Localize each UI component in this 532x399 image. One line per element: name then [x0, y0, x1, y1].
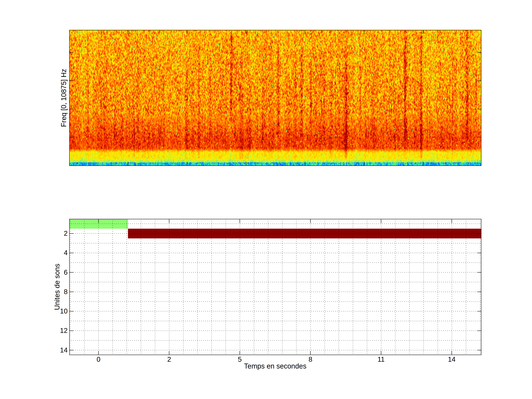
- axes-border: [70, 219, 481, 355]
- sound-units-axes: [69, 219, 481, 355]
- y-tick-label: 10: [45, 307, 68, 316]
- y-tick-label: 12: [45, 326, 68, 335]
- y-tick-label: 8: [45, 288, 68, 296]
- x-tick-label: 11: [370, 355, 392, 364]
- y-tick-label: 2: [45, 229, 68, 238]
- sound-units-plot: [69, 219, 481, 355]
- axes-border: [70, 30, 481, 166]
- y-tick-label: 4: [45, 249, 68, 257]
- y-tick-label: 6: [45, 268, 68, 277]
- x-tick-label: 0: [87, 355, 109, 364]
- spectrogram-axes: [69, 30, 481, 166]
- dark-red-bar-sound-unit-2: [128, 229, 481, 239]
- x-axis-label: Temps en secondes: [201, 362, 349, 370]
- x-tick-label: 2: [158, 355, 180, 364]
- top-y-axis-label: Freq [0, 10875] Hz: [59, 24, 68, 172]
- x-tick-label: 5: [229, 355, 251, 364]
- y-tick-label: 14: [45, 346, 68, 355]
- matlab-figure: Freq [0, 10875] Hz Unites de sons Temps …: [0, 0, 532, 399]
- spectrogram-axes-overlay: [69, 30, 481, 166]
- x-tick-label: 14: [441, 355, 463, 364]
- x-tick-label: 8: [299, 355, 322, 364]
